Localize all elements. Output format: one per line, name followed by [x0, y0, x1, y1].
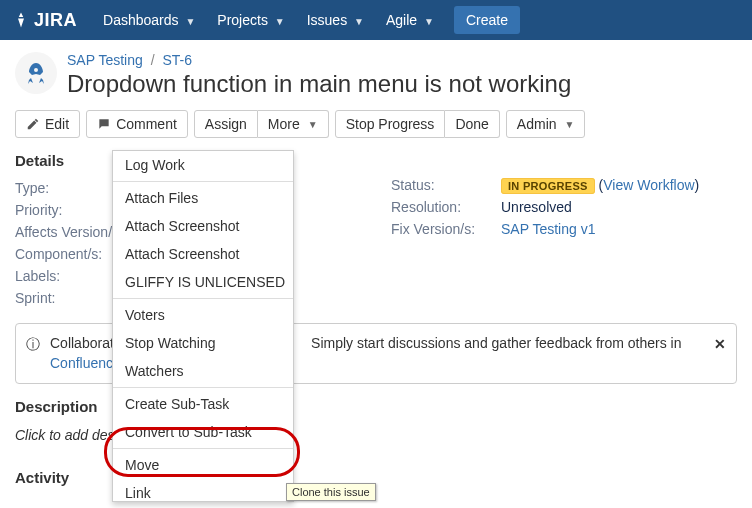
issue-toolbar: Edit Comment Assign More▼ Stop Progress …: [0, 106, 752, 148]
view-workflow-link[interactable]: View Workflow: [603, 177, 694, 193]
menu-item-attach-screenshot[interactable]: Attach Screenshot: [113, 240, 293, 268]
status-badge: IN PROGRESS: [501, 178, 595, 194]
status-label: Status:: [391, 177, 501, 193]
chevron-down-icon: ▼: [354, 16, 364, 27]
chevron-down-icon: ▼: [275, 16, 285, 27]
admin-button[interactable]: Admin▼: [506, 110, 586, 138]
menu-item-gliffy-is-unlicensed[interactable]: GLIFFY IS UNLICENSED: [113, 268, 293, 296]
field-label: Type:: [15, 180, 125, 196]
jira-logo[interactable]: JIRA: [12, 10, 77, 31]
menu-item-link[interactable]: Link: [113, 479, 293, 501]
menu-item-create-sub-task[interactable]: Create Sub-Task: [113, 390, 293, 418]
stop-progress-button[interactable]: Stop Progress: [335, 110, 446, 138]
pencil-icon: [26, 117, 40, 131]
create-button[interactable]: Create: [454, 6, 520, 34]
field-label: Affects Version/s:: [15, 224, 125, 240]
rocket-icon: [24, 61, 48, 85]
menu-item-attach-files[interactable]: Attach Files: [113, 184, 293, 212]
nav-item-dashboards[interactable]: Dashboards ▼: [93, 6, 205, 34]
details-right-column: Status: IN PROGRESS (View Workflow) Reso…: [391, 148, 737, 309]
issue-title: Dropdown function in main menu is not wo…: [67, 70, 571, 98]
resolution-label: Resolution:: [391, 199, 501, 215]
comment-button[interactable]: Comment: [86, 110, 188, 138]
chevron-down-icon: ▼: [565, 119, 575, 130]
top-nav: JIRA Dashboards ▼Projects ▼Issues ▼Agile…: [0, 0, 752, 40]
jira-logo-icon: [12, 11, 30, 29]
breadcrumb-issue-key[interactable]: ST-6: [162, 52, 192, 68]
fixversion-label: Fix Version/s:: [391, 221, 501, 237]
field-label: Labels:: [15, 268, 125, 284]
close-icon[interactable]: ✕: [714, 335, 726, 355]
chevron-down-icon: ▼: [424, 16, 434, 27]
breadcrumb-separator: /: [147, 52, 159, 68]
menu-item-voters[interactable]: Voters: [113, 301, 293, 329]
done-button[interactable]: Done: [445, 110, 499, 138]
menu-item-convert-to-sub-task[interactable]: Convert to Sub-Task: [113, 418, 293, 446]
more-dropdown: Log WorkAttach FilesAttach ScreenshotAtt…: [112, 150, 294, 502]
field-label: Component/s:: [15, 246, 125, 262]
chevron-down-icon: ▼: [308, 119, 318, 130]
field-label: Priority:: [15, 202, 125, 218]
fixversion-link[interactable]: SAP Testing v1: [501, 221, 595, 237]
nav-item-agile[interactable]: Agile ▼: [376, 6, 444, 34]
breadcrumb-project[interactable]: SAP Testing: [67, 52, 143, 68]
menu-item-move[interactable]: Move: [113, 451, 293, 479]
menu-divider: [113, 448, 293, 449]
menu-item-stop-watching[interactable]: Stop Watching: [113, 329, 293, 357]
nav-item-issues[interactable]: Issues ▼: [297, 6, 374, 34]
logo-text: JIRA: [34, 10, 77, 31]
comment-icon: [97, 117, 111, 131]
info-icon: ⓘ: [26, 335, 40, 355]
clone-tooltip: Clone this issue: [286, 483, 376, 501]
nav-item-projects[interactable]: Projects ▼: [207, 6, 294, 34]
menu-item-watchers[interactable]: Watchers: [113, 357, 293, 385]
field-label: Sprint:: [15, 290, 125, 306]
issue-header: SAP Testing / ST-6 Dropdown function in …: [0, 40, 752, 106]
breadcrumb: SAP Testing / ST-6: [67, 52, 571, 68]
dropdown-scroll[interactable]: Log WorkAttach FilesAttach ScreenshotAtt…: [113, 151, 293, 501]
edit-button[interactable]: Edit: [15, 110, 80, 138]
resolution-value: Unresolved: [501, 199, 572, 215]
menu-item-attach-screenshot[interactable]: Attach Screenshot: [113, 212, 293, 240]
chevron-down-icon: ▼: [185, 16, 195, 27]
menu-divider: [113, 387, 293, 388]
project-avatar[interactable]: [15, 52, 57, 94]
menu-divider: [113, 298, 293, 299]
menu-divider: [113, 181, 293, 182]
assign-button[interactable]: Assign: [194, 110, 258, 138]
more-button[interactable]: More▼: [258, 110, 329, 138]
confluence-link[interactable]: Confluence: [50, 355, 121, 371]
menu-item-log-work[interactable]: Log Work: [113, 151, 293, 179]
nav-items: Dashboards ▼Projects ▼Issues ▼Agile ▼: [93, 6, 444, 34]
